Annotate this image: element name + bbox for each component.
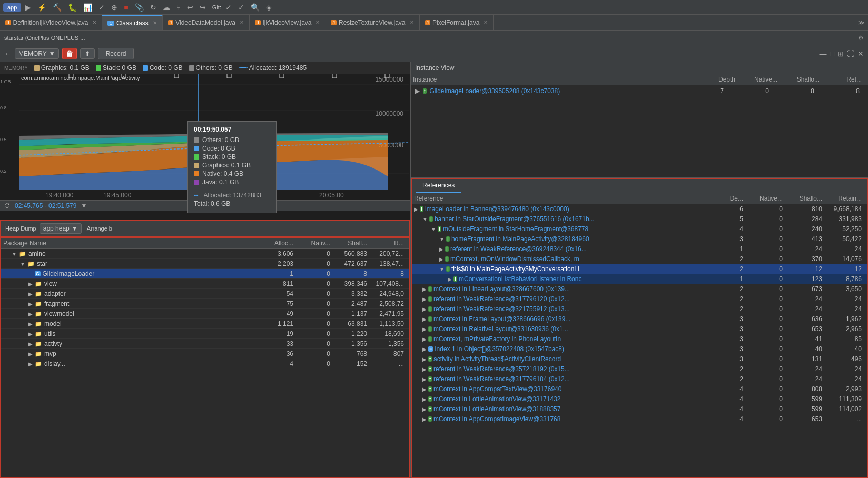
time-range-filter-icon[interactable]: ▼ [81,202,87,210]
ref-row-referent-317b[interactable]: ▶ f referent in WeakReference@317796184 … [412,374,867,384]
ref-row-mcontext-privatefactory[interactable]: ▶ f mContext, mPrivateFactory in PhoneLa… [412,334,867,344]
debug-icon[interactable]: 🐛 [66,2,79,13]
ref-row-activity-thread[interactable]: ▶ f activity in ActivityThread$ActivityC… [412,354,867,364]
tab-references[interactable]: References [416,179,461,193]
pkg-row-star[interactable]: ▼ 📁 star 2,203 0 472,637 138,47... [1,259,409,269]
tab-overflow-icon[interactable]: ≫ [858,19,865,26]
pkg-alloc-fragment: 75 [260,300,297,307]
ref-row-banner[interactable]: ▼ f banner in StarOutsideFragment@376551… [412,214,867,224]
tab-pixelformat[interactable]: J PixelFormat.java ✕ [420,15,494,30]
tab-definition[interactable]: J DefinitionIjkVideoView.java ✕ [0,15,102,30]
pkg-row-mvp[interactable]: ▶ 📁 mvp 36 0 768 807 [1,349,409,359]
ref-row-this0[interactable]: ▼ f this$0 in MainPageActivity$MyConvers… [412,264,867,274]
app-label[interactable]: app [3,3,21,12]
back-arrow[interactable]: ← [4,49,12,58]
tooltip-others: Others: 0 GB [194,136,270,144]
undo-icon[interactable]: ↩ [185,2,195,13]
ref-row-index1[interactable]: ▶ ≡ Index 1 in Object[]@357022408 (0x154… [412,344,867,354]
pkg-native-dislay: 0 [297,360,333,367]
bookmark-icon[interactable]: ◈ [264,2,274,13]
pkg-row-amino[interactable]: ▼ 📁 amino 3,606 0 560,883 200,72... [1,249,409,259]
record-button[interactable]: Record [98,48,134,59]
tab-close-ijkvideoview[interactable]: ✕ [315,19,320,25]
ref-row-referent-317a[interactable]: ▶ f referent in WeakReference@317796120 … [412,294,867,304]
ref-f-icon-homefragment: f [446,236,450,242]
git-merge-icon[interactable]: ✓ [236,2,246,13]
stop-icon[interactable]: ■ [122,2,130,13]
sync-icon[interactable]: ↻ [148,2,159,13]
redo-icon[interactable]: ↪ [198,2,208,13]
ref-retain-mcontext-fl: 1,962 [825,315,865,323]
restore-icon[interactable]: □ [830,49,834,58]
close-icon[interactable]: ✕ [857,49,864,58]
pkg-row-fragment[interactable]: ▶ 📁 fragment 75 0 2,487 2,508,72 [1,299,409,309]
ref-f-icon-referent369: f [445,246,449,252]
legend-allocated: Allocated: 13919485 [239,64,307,72]
ref-row-mcontext-linearlayout[interactable]: ▶ f mContext in LinearLayout@328667600 (… [412,284,867,294]
ref-row-lottie1[interactable]: ▶ f mContext in LottieAnimationView@3317… [412,394,867,404]
attach-icon[interactable]: 📎 [133,2,146,13]
tooltip-graphics: Graphics: 0.1 GB [194,162,270,169]
tab-label-definition: DefinitionIjkVideoView.java [13,19,88,26]
delete-button[interactable]: 🗑 [62,48,77,59]
ref-row-mcontext-relativelayout[interactable]: ▶ f mContext in RelativeLayout@331630936… [412,324,867,334]
export-button[interactable]: ⬆ [80,48,95,59]
find-icon[interactable]: 🔍 [249,2,262,13]
legend-dot-code [143,65,148,71]
vcs-icon[interactable]: ⑂ [174,2,183,13]
ref-row-referent-321[interactable]: ▶ f referent in WeakReference@321755912 … [412,304,867,314]
pkg-row-utils[interactable]: ▶ 📁 utils 19 0 1,220 18,690 [1,329,409,339]
references-view: References Reference De... Native... Sha… [411,178,868,478]
tab-close-resizetextureview[interactable]: ✕ [410,19,414,25]
tab-class[interactable]: C Class.class ✕ [102,15,162,30]
pkg-row-viewmodel[interactable]: ▶ 📁 viewmodel 49 0 1,137 2,471,95 [1,309,409,319]
tab-ijkvideoview[interactable]: J IjkVideoView.java ✕ [250,15,326,30]
tab-close-definition[interactable]: ✕ [92,19,96,25]
pkg-row-activty[interactable]: ▶ 📁 activty 33 0 1,356 1,356 [1,339,409,349]
tab-close-class[interactable]: ✕ [153,20,157,26]
tab-videodatamodel[interactable]: J VideoDataModel.java ✕ [163,15,250,30]
legend-dot-others [189,65,194,71]
ref-row-lottie2[interactable]: ▶ f mContext in LottieAnimationView@3188… [412,404,867,414]
pkg-row-adapter[interactable]: ▶ 📁 adapter 54 0 3,332 24,948,0 [1,289,409,299]
pkg-row-model[interactable]: ▶ 📁 model 1,121 0 63,831 1,113,50 [1,319,409,329]
ref-row-mcontext-framelayout[interactable]: ▶ f mContext in FrameLayout@328666696 (0… [412,314,867,324]
tab-close-videodatamodel[interactable]: ✕ [240,19,244,25]
ref-row-mconv[interactable]: ▶ f mConversationListBehaviorListener in… [412,274,867,284]
pkg-row-dislay[interactable]: ▶ 📁 dislay... 4 0 152 ... [1,359,409,369]
ref-native-referent321: 0 [746,305,786,313]
ref-native-index1: 0 [746,345,786,353]
memory-dropdown[interactable]: MEMORY ▼ [15,48,59,59]
fullscreen-icon[interactable]: ⛶ [847,49,854,58]
ref-row-moutsidefragment[interactable]: ▼ f mOutsideFragment in StarHomeFragment… [412,224,867,234]
ref-retain-mcontext-pf: 85 [825,335,865,343]
test-icon[interactable]: ✓ [96,2,107,13]
ref-row-homefragment[interactable]: ▼ f homeFragment in MainPageActivity@328… [412,234,867,244]
ref-native-referent369: 0 [746,245,786,253]
heap-select[interactable]: app heap ▼ [40,223,82,234]
ref-i-icon-index1: ≡ [428,346,433,352]
deploy-icon[interactable]: ☁ [161,2,172,13]
git-check-icon[interactable]: ✓ [223,2,234,13]
ref-row-mcontext-onwindow[interactable]: ▶ f mContext, mOnWindowDismissedCallback… [412,254,867,264]
restore2-icon[interactable]: ⊞ [837,49,844,58]
pkg-row-glide[interactable]: ▶ C GlideImageLoader 1 0 8 8 [1,269,409,279]
coverage-icon[interactable]: ⊕ [109,2,120,13]
pkg-shallow-activty: 1,356 [333,340,370,347]
run-icon[interactable]: ▶ [23,2,33,13]
ref-row-appcompatimagview[interactable]: ▶ f mContext in AppCompatImageView@33176… [412,414,867,424]
ref-native-imageloader: 0 [746,205,786,213]
instance-row-glide[interactable]: ▶ f GlideImageLoader@339505208 (0x143c70… [411,85,868,97]
build-icon[interactable]: 🔨 [51,2,64,13]
device-settings-icon[interactable]: ⚙ [858,34,864,42]
ref-row-imageloader[interactable]: ▶ f imageLoader in Banner@339476480 (0x1… [412,204,867,214]
lightning-icon[interactable]: ⚡ [35,2,48,13]
minimize-icon[interactable]: — [820,49,827,58]
profile-icon[interactable]: 📊 [81,2,94,13]
tab-close-pixelformat[interactable]: ✕ [484,19,488,25]
ref-row-referent-369[interactable]: ▶ f referent in WeakReference@369248344 … [412,244,867,254]
ref-row-referent-357[interactable]: ▶ f referent in WeakReference@357218192 … [412,364,867,374]
ref-row-mcontext-appcompat[interactable]: ▶ f mContext in AppCompatTextView@331769… [412,384,867,394]
pkg-row-view[interactable]: ▶ 📁 view 811 0 398,346 107,408... [1,279,409,289]
tab-resizetextureview[interactable]: J ResizeTextureView.java ✕ [326,15,419,30]
